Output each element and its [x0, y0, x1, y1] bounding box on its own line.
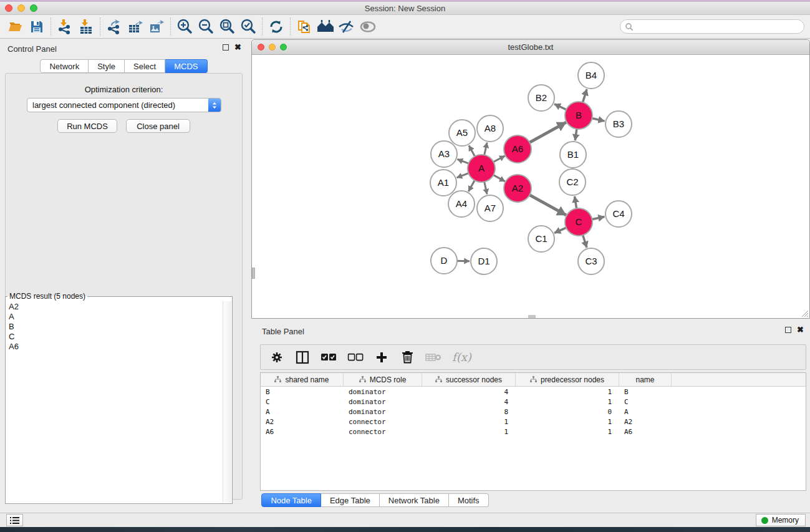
tab-mcds[interactable]: MCDS: [165, 59, 207, 73]
task-history-button[interactable]: [6, 514, 23, 526]
search-field[interactable]: [620, 19, 804, 34]
graph-node-label: B4: [586, 70, 597, 80]
graph-node[interactable]: A6: [504, 135, 531, 163]
float-panel-icon[interactable]: [223, 44, 229, 51]
close-panel-icon[interactable]: ✖: [234, 44, 241, 51]
graph-node[interactable]: C4: [605, 201, 632, 227]
network-minimize-button[interactable]: [269, 44, 276, 51]
close-panel-button[interactable]: Close panel: [126, 119, 190, 133]
tab-edge-table[interactable]: Edge Table: [321, 493, 380, 507]
graph-node[interactable]: A4: [448, 191, 475, 217]
graph-node[interactable]: D: [431, 248, 457, 274]
column-header-name[interactable]: name: [619, 373, 672, 386]
select-all-icon[interactable]: [321, 349, 337, 365]
result-scrollbar[interactable]: [223, 301, 231, 503]
table-row[interactable]: A2connector11A2: [261, 417, 806, 427]
home-icon[interactable]: [315, 17, 336, 37]
graph-node[interactable]: A7: [477, 195, 503, 221]
resize-grip-icon[interactable]: [801, 310, 809, 317]
column-header-mcds-role[interactable]: MCDS role: [344, 373, 422, 386]
graph-node[interactable]: A8: [477, 115, 503, 142]
network-view-window: testGlobe.txt B4B2BB3A8A5A6A3B1AA1C2A2A4…: [251, 39, 810, 319]
add-column-plus-icon[interactable]: [374, 349, 389, 365]
zoom-out-icon[interactable]: [195, 17, 216, 37]
table-cell: A2: [261, 418, 344, 426]
network-close-button[interactable]: [258, 44, 264, 51]
graph-node[interactable]: A: [468, 155, 495, 182]
graph-node[interactable]: B1: [560, 142, 586, 168]
column-header-predecessor-nodes[interactable]: predecessor nodes: [516, 373, 619, 386]
tab-node-table[interactable]: Node Table: [261, 493, 321, 507]
search-input[interactable]: [634, 21, 804, 32]
mcds-result-item[interactable]: B: [6, 322, 222, 332]
table-cell: connector: [344, 418, 422, 426]
mcds-result-item[interactable]: A2: [6, 302, 222, 312]
optimization-criterion-select[interactable]: largest connected component (directed): [27, 98, 221, 112]
table-row[interactable]: Bdominator41B: [261, 387, 806, 397]
open-session-icon[interactable]: [5, 17, 26, 37]
export-table-icon[interactable]: [125, 17, 146, 37]
memory-button[interactable]: Memory: [756, 514, 806, 526]
titlebar: Session: New Session: [0, 2, 810, 15]
duplicate-network-icon[interactable]: [294, 17, 315, 37]
graph-node[interactable]: C: [565, 208, 592, 236]
column-header-successor-nodes[interactable]: successor nodes: [422, 373, 516, 386]
graph-node[interactable]: C2: [559, 169, 586, 195]
table-row[interactable]: Cdominator41C: [261, 397, 806, 407]
export-network-icon[interactable]: [104, 17, 125, 37]
minimize-window-button[interactable]: [17, 4, 25, 12]
zoom-in-icon[interactable]: [174, 17, 195, 37]
graph-node[interactable]: A2: [504, 175, 531, 202]
table-row[interactable]: A6connector11A6: [261, 427, 806, 437]
network-canvas[interactable]: B4B2BB3A8A5A6A3B1AA1C2A2A4A7C4CC1C3DD1: [252, 56, 809, 318]
table-cell: A6: [619, 428, 672, 436]
refresh-layout-icon[interactable]: [266, 17, 287, 37]
hierarchy-icon: [530, 376, 537, 383]
graph-node[interactable]: B4: [578, 62, 604, 89]
graph-node[interactable]: B2: [528, 85, 554, 111]
deselect-all-icon[interactable]: [347, 349, 364, 365]
graph-node[interactable]: A1: [430, 170, 456, 196]
float-table-panel-icon[interactable]: [785, 327, 791, 333]
table-settings-gear-icon[interactable]: [269, 349, 284, 365]
zoom-fit-icon[interactable]: [216, 17, 238, 37]
toolbar-separator: [51, 17, 51, 36]
graph-node[interactable]: B: [565, 102, 592, 129]
tab-select[interactable]: Select: [125, 59, 165, 73]
save-session-icon[interactable]: [26, 17, 47, 37]
column-header-shared-name[interactable]: shared name: [261, 373, 344, 386]
mcds-result-item[interactable]: A: [6, 312, 222, 322]
tab-motifs[interactable]: Motifs: [449, 493, 489, 507]
close-window-button[interactable]: [5, 4, 12, 12]
session-title: Session: New Session: [0, 4, 810, 13]
run-mcds-button[interactable]: Run MCDS: [57, 119, 117, 133]
graph-node[interactable]: C3: [578, 248, 604, 274]
tab-style[interactable]: Style: [89, 59, 125, 73]
import-table-icon[interactable]: [75, 17, 97, 37]
graph-edge[interactable]: [528, 194, 566, 215]
table-row[interactable]: Adominator80A: [261, 407, 806, 417]
graph-node[interactable]: A3: [431, 141, 457, 167]
graph-node[interactable]: A5: [449, 120, 475, 146]
graph-edge[interactable]: [528, 122, 566, 143]
network-zoom-button[interactable]: [280, 44, 287, 51]
toolbar-separator: [100, 17, 100, 36]
import-network-icon[interactable]: [54, 17, 75, 37]
vertical-scrollbar-thumb[interactable]: [252, 268, 255, 279]
mcds-result-item[interactable]: A6: [6, 342, 222, 352]
export-image-icon[interactable]: [146, 17, 167, 37]
zoom-window-button[interactable]: [30, 4, 37, 12]
show-eye-icon[interactable]: [357, 17, 378, 37]
close-table-panel-icon[interactable]: ✖: [797, 327, 804, 333]
delete-trash-icon[interactable]: [400, 349, 415, 365]
graph-node[interactable]: B3: [605, 111, 632, 137]
graph-node[interactable]: D1: [471, 248, 497, 274]
mcds-result-item[interactable]: C: [6, 332, 222, 342]
tab-network[interactable]: Network: [40, 59, 89, 73]
zoom-selected-icon[interactable]: [238, 17, 259, 37]
hide-detail-icon[interactable]: [336, 17, 357, 37]
graph-node[interactable]: C1: [528, 226, 554, 252]
horizontal-scrollbar-thumb[interactable]: [528, 315, 536, 318]
tab-network-table[interactable]: Network Table: [380, 493, 449, 507]
split-column-icon[interactable]: [295, 349, 310, 365]
